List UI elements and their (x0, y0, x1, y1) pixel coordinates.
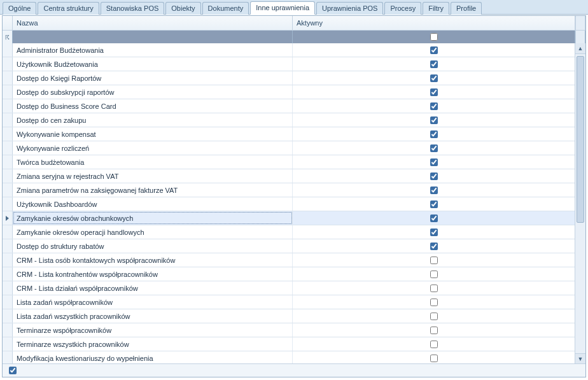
vertical-scrollbar[interactable]: ▲ ▼ (575, 43, 585, 364)
permission-active-cell[interactable] (293, 43, 575, 57)
permission-active-cell[interactable] (293, 85, 575, 99)
row-indicator (3, 323, 13, 337)
column-header-name[interactable]: Nazwa (13, 16, 293, 30)
permission-active-checkbox[interactable] (430, 46, 438, 54)
permission-active-checkbox[interactable] (430, 60, 438, 68)
table-row[interactable]: Twórca budżetowania (3, 155, 575, 169)
permission-active-checkbox[interactable] (430, 299, 438, 306)
permission-active-cell[interactable] (293, 337, 575, 351)
scroll-up-arrow[interactable]: ▲ (575, 43, 585, 54)
permission-active-checkbox[interactable] (430, 215, 438, 222)
tab-ogolne[interactable]: Ogólne (3, 2, 36, 15)
table-row[interactable]: Wykonywanie kompensat (3, 127, 575, 141)
permission-active-checkbox[interactable] (430, 341, 438, 348)
permissions-grid: Nazwa Aktywny ☈ Administrator Budżetowan… (2, 15, 586, 377)
permission-name: CRM - Lista osób kontaktowych współpraco… (13, 253, 293, 267)
row-indicator (3, 85, 13, 99)
table-row[interactable]: Zmiana seryjna w rejestrach VAT (3, 169, 575, 183)
permission-active-checkbox[interactable] (430, 186, 438, 194)
tab-profile[interactable]: Profile (451, 2, 482, 15)
permission-active-checkbox[interactable] (430, 243, 438, 250)
tab-centra[interactable]: Centra struktury (38, 2, 99, 15)
table-row[interactable]: Użytkownik Dashboardów (3, 197, 575, 211)
filter-name-cell[interactable] (13, 31, 293, 43)
permission-active-checkbox[interactable] (430, 201, 438, 208)
tab-obiekty[interactable]: Obiekty (165, 2, 200, 15)
table-row[interactable]: Dostęp do struktury rabatów (3, 239, 575, 253)
permission-name: Lista zadań wszystkich pracowników (13, 309, 293, 323)
row-indicator-header (3, 16, 13, 30)
permission-active-checkbox[interactable] (430, 229, 438, 236)
tab-stanowiska[interactable]: Stanowiska POS (101, 2, 165, 15)
permission-active-cell[interactable] (293, 155, 575, 169)
permission-active-checkbox[interactable] (430, 158, 438, 166)
permission-active-checkbox[interactable] (430, 271, 438, 278)
filter-active-checkbox[interactable] (430, 33, 438, 41)
permission-active-cell[interactable] (293, 267, 575, 281)
permission-active-cell[interactable] (293, 323, 575, 337)
table-row[interactable]: Lista zadań współpracowników (3, 295, 575, 309)
permission-active-checkbox[interactable] (430, 355, 438, 362)
tab-dokumenty[interactable]: Dokumenty (202, 2, 249, 15)
table-row[interactable]: CRM - Lista działań współpracowników (3, 281, 575, 295)
row-indicator (3, 57, 13, 71)
table-row[interactable]: Lista zadań wszystkich pracowników (3, 309, 575, 323)
table-row[interactable]: Zamykanie okresów obrachunkowych (3, 211, 575, 225)
permission-active-cell[interactable] (293, 71, 575, 85)
tab-filtry[interactable]: Filtry (423, 2, 449, 15)
permission-active-checkbox[interactable] (430, 172, 438, 180)
permission-active-checkbox[interactable] (430, 88, 438, 96)
permission-active-checkbox[interactable] (430, 144, 438, 152)
permission-active-checkbox[interactable] (430, 285, 438, 292)
permission-active-cell[interactable] (293, 99, 575, 113)
tab-upr_pos[interactable]: Uprawnienia POS (316, 2, 383, 15)
tab-inne[interactable]: Inne uprawnienia (250, 1, 315, 15)
permission-active-checkbox[interactable] (430, 313, 438, 320)
permission-active-checkbox[interactable] (430, 257, 438, 264)
table-row[interactable]: Dostęp do Business Score Card (3, 99, 575, 113)
permission-active-checkbox[interactable] (430, 130, 438, 138)
permission-active-cell[interactable] (293, 351, 575, 365)
permission-active-cell[interactable] (293, 57, 575, 71)
column-header-active[interactable]: Aktywny (293, 16, 575, 30)
table-row[interactable]: Zmiana parametrów na zaksięgowanej faktu… (3, 183, 575, 197)
table-row[interactable]: Administrator Budżetowania (3, 43, 575, 57)
permission-active-cell[interactable] (293, 211, 575, 225)
permission-active-cell[interactable] (293, 225, 575, 239)
permission-active-checkbox[interactable] (430, 327, 438, 334)
tab-strip: OgólneCentra strukturyStanowiska POSObie… (0, 0, 588, 15)
table-row[interactable]: CRM - Lista kontrahentów współpracownikó… (3, 267, 575, 281)
table-row[interactable]: Zamykanie okresów operacji handlowych (3, 225, 575, 239)
permission-active-cell[interactable] (293, 127, 575, 141)
permission-active-cell[interactable] (293, 253, 575, 267)
scroll-down-arrow[interactable]: ▼ (575, 353, 585, 364)
permission-active-cell[interactable] (293, 183, 575, 197)
table-row[interactable]: Dostęp do cen zakupu (3, 113, 575, 127)
table-row[interactable]: Dostęp do subskrypcji raportów (3, 85, 575, 99)
table-row[interactable]: Terminarze współpracowników (3, 323, 575, 337)
permission-active-cell[interactable] (293, 141, 575, 155)
permission-active-checkbox[interactable] (430, 102, 438, 110)
table-row[interactable]: Terminarze wszystkich pracowników (3, 337, 575, 351)
funnel-icon: ☈ (5, 34, 9, 41)
permission-active-cell[interactable] (293, 169, 575, 183)
permission-active-cell[interactable] (293, 309, 575, 323)
tab-procesy[interactable]: Procesy (384, 2, 421, 15)
permission-active-cell[interactable] (293, 281, 575, 295)
table-row[interactable]: Wykonywanie rozliczeń (3, 141, 575, 155)
scroll-thumb[interactable] (577, 56, 584, 223)
permission-active-checkbox[interactable] (430, 116, 438, 124)
table-row[interactable]: Dostęp do Księgi Raportów (3, 71, 575, 85)
permission-active-cell[interactable] (293, 295, 575, 309)
row-indicator (3, 43, 13, 57)
filter-active-cell[interactable] (293, 31, 575, 43)
permission-active-checkbox[interactable] (430, 74, 438, 82)
table-row[interactable]: CRM - Lista osób kontaktowych współpraco… (3, 253, 575, 267)
permission-active-cell[interactable] (293, 113, 575, 127)
row-indicator (3, 267, 13, 281)
table-row[interactable]: Użytkownik Budżetowania (3, 57, 575, 71)
permission-active-cell[interactable] (293, 197, 575, 211)
footer-checkbox[interactable] (9, 367, 17, 374)
permission-active-cell[interactable] (293, 239, 575, 253)
column-headers: Nazwa Aktywny (3, 16, 585, 31)
